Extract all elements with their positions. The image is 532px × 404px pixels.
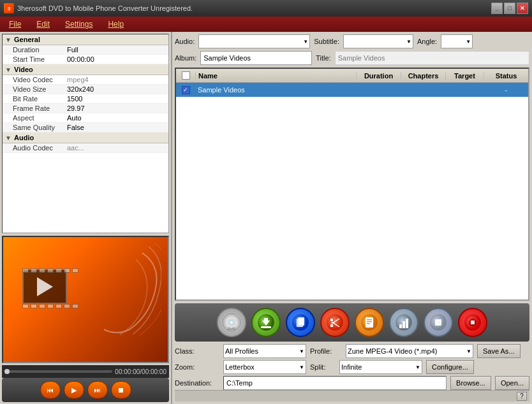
title-label: Title:	[316, 54, 330, 62]
menu-help[interactable]: Help	[101, 18, 130, 30]
properties-tree: ▼ General Duration Full Start Time 00:00…	[2, 34, 169, 233]
split-dropdown[interactable]: Infinite ▼	[339, 360, 422, 374]
skip-forward-button[interactable]: ⏭	[87, 381, 108, 399]
album-input[interactable]	[200, 51, 312, 65]
destination-label: Destination:	[175, 379, 219, 387]
help-button[interactable]: ?	[517, 392, 527, 401]
class-profile-row: Class: All Profiles ▼ Profile: Zune MPEG…	[175, 344, 529, 358]
title-bar-text: 3 3herosoft DVD to Mobile Phone Converte…	[4, 3, 193, 13]
title-input[interactable]	[335, 51, 529, 65]
table-row[interactable]: ✓ Sample Videos -	[176, 83, 528, 97]
add-file-button[interactable]	[251, 308, 281, 337]
prop-bitrate-val: 1500	[67, 95, 82, 103]
class-label: Class:	[175, 347, 219, 355]
col-check-header	[176, 71, 195, 80]
skip-back-button[interactable]: ⏮	[40, 381, 61, 399]
prop-videosize: Video Size 320x240	[3, 85, 168, 94]
dvd-load-button[interactable]: DVD	[217, 308, 246, 337]
profile-select[interactable]: Zune MPEG-4 Video (*.mp4)	[346, 345, 473, 357]
menu-settings[interactable]: Settings	[59, 18, 99, 30]
prop-bitrate-key: Bit Rate	[13, 95, 67, 103]
seekbar-track[interactable]	[4, 370, 112, 373]
subtitle-label: Subtitle:	[314, 38, 339, 45]
row-name: Sample Videos	[195, 86, 356, 94]
profile-label: Profile:	[310, 347, 342, 355]
angle-dropdown[interactable]: ▼	[441, 34, 473, 48]
play-triangle-icon	[37, 277, 53, 296]
cut-button[interactable]	[320, 308, 350, 337]
split-select[interactable]: Infinite	[340, 361, 422, 373]
copy-button[interactable]	[286, 308, 315, 337]
main-content: ▼ General Duration Full Start Time 00:00…	[0, 32, 532, 404]
svg-rect-12	[298, 317, 304, 326]
header-checkbox[interactable]	[182, 71, 190, 80]
status-bar: ?	[175, 390, 529, 401]
subtitle-dropdown[interactable]: ▼	[343, 34, 413, 48]
prop-videosize-key: Video Size	[13, 85, 67, 93]
audio-section-header[interactable]: ▼ Audio	[3, 133, 168, 143]
svg-rect-28	[435, 319, 441, 326]
stop-encode-button[interactable]	[458, 308, 487, 337]
zoom-select[interactable]: Letterbox	[224, 361, 306, 373]
general-section-header[interactable]: ▼ General	[3, 34, 168, 45]
seekbar-thumb[interactable]	[4, 369, 10, 374]
app-icon: 3	[4, 3, 14, 13]
play-button[interactable]: ▶	[64, 381, 84, 399]
svg-point-14	[330, 324, 334, 328]
minimize-button[interactable]: _	[491, 3, 503, 14]
zoom-label: Zoom:	[175, 363, 219, 371]
left-panel: ▼ General Duration Full Start Time 00:00…	[0, 32, 172, 404]
row-checkbox-cell[interactable]: ✓	[176, 86, 195, 94]
video-section-header[interactable]: ▼ Video	[3, 64, 168, 75]
col-chapters-header: Chapters	[401, 72, 445, 80]
svg-rect-22	[367, 323, 370, 324]
angle-select[interactable]	[441, 35, 472, 48]
row-status: -	[484, 86, 528, 94]
svg-rect-9	[261, 326, 271, 328]
svg-rect-25	[403, 321, 405, 328]
class-dropdown[interactable]: All Profiles ▼	[223, 344, 306, 358]
svg-rect-20	[367, 319, 372, 321]
film-strips-bottom	[22, 304, 78, 308]
save-as-button[interactable]: Save As...	[477, 344, 521, 358]
svg-rect-31	[471, 321, 475, 324]
file-list-container: Name Duration Chapters Target Status ✓ S…	[175, 68, 529, 301]
prop-videosize-val: 320x240	[67, 85, 94, 93]
browse-button[interactable]: Browse...	[450, 376, 491, 390]
zoom-dropdown[interactable]: Letterbox ▼	[223, 360, 306, 374]
menu-edit[interactable]: Edit	[30, 18, 56, 30]
prop-duration-key: Duration	[13, 46, 67, 54]
document-button[interactable]	[355, 308, 384, 337]
row-checkbox[interactable]: ✓	[182, 86, 190, 94]
video-toggle-icon: ▼	[5, 66, 11, 73]
class-select[interactable]: All Profiles	[224, 345, 306, 357]
audio-toggle-icon: ▼	[5, 134, 11, 141]
svg-rect-8	[264, 318, 268, 321]
time-display: 00:00:00/00:00:00	[115, 368, 166, 375]
close-button[interactable]: ✕	[517, 3, 528, 14]
prop-duration: Duration Full	[3, 45, 168, 55]
prop-audiocodec-key: Audio Codec	[13, 144, 67, 152]
window-controls: _ □ ✕	[491, 3, 528, 14]
audio-select[interactable]	[199, 35, 309, 48]
video-section-label: Video	[14, 66, 33, 73]
menu-file[interactable]: File	[3, 18, 27, 30]
prop-videocodec: Video Codec mpeg4	[3, 75, 168, 85]
open-button[interactable]: Open...	[495, 376, 529, 390]
file-list-header: Name Duration Chapters Target Status	[176, 69, 528, 83]
right-panel: Audio: ▼ Subtitle: ▼ Angle: ▼	[172, 32, 532, 404]
bars-button[interactable]	[389, 308, 418, 337]
col-target-header: Target	[445, 72, 484, 80]
subtitle-select[interactable]	[344, 35, 413, 48]
audio-dropdown[interactable]: ▼	[198, 34, 310, 48]
svg-text:DVD: DVD	[228, 327, 236, 331]
restore-button[interactable]: □	[504, 3, 515, 14]
stop-button[interactable]: ⏹	[111, 381, 131, 399]
square-button[interactable]	[424, 308, 453, 337]
prop-audiocodec: Audio Codec aac...	[3, 143, 168, 153]
prop-starttime-key: Start Time	[13, 55, 67, 63]
configure-button[interactable]: Configure...	[426, 360, 474, 374]
top-controls-row: Audio: ▼ Subtitle: ▼ Angle: ▼	[175, 34, 529, 48]
angle-label: Angle:	[417, 38, 437, 45]
profile-dropdown[interactable]: Zune MPEG-4 Video (*.mp4) ▼	[346, 344, 473, 358]
